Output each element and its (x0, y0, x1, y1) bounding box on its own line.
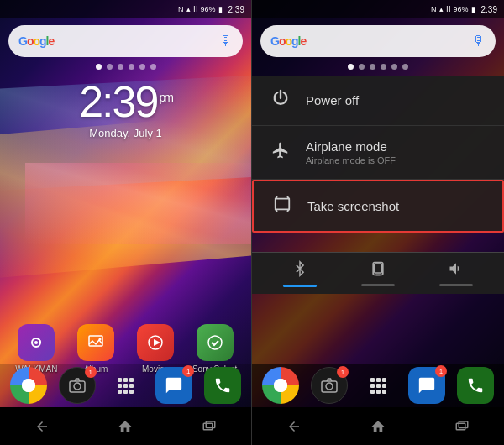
album-icon (77, 324, 114, 361)
qs-volume[interactable] (435, 258, 477, 290)
right-dot-1 (348, 64, 354, 70)
volume-icon (448, 260, 465, 281)
status-time: 2:39 (228, 5, 244, 14)
messages-icon[interactable]: 1 (155, 367, 192, 404)
battery-icon: ▮ (218, 5, 223, 13)
bluetooth-icon (292, 259, 307, 282)
dot-3 (118, 64, 123, 70)
right-status-bar: N ▴ ⅠⅠ 96% ▮ 2:39 (252, 0, 504, 18)
left-phone-panel: N ▴ ⅠⅠ 96% ▮ 2:39 Google 🎙 2:39pm Monday… (0, 0, 252, 445)
airplane-mode-subtitle: Airplane mode is OFF (306, 155, 487, 165)
svg-rect-16 (456, 423, 465, 430)
right-dot-2 (359, 64, 365, 70)
screenshot-text: Take screenshot (307, 199, 486, 213)
dot-1 (96, 64, 102, 70)
qs-bar-2 (361, 284, 395, 286)
nav-bar (0, 407, 251, 445)
qs-bluetooth[interactable] (279, 258, 321, 290)
right-apps-icon[interactable] (360, 367, 396, 404)
status-bar-right: N ▴ ⅠⅠ 96% ▮ 2:39 (178, 5, 244, 14)
screenshot-icon (270, 195, 294, 217)
signal-icon: ⅠⅠ (193, 5, 198, 13)
messages-badge: 1 (182, 365, 194, 377)
walkman-icon (18, 324, 55, 361)
screenshot-item[interactable]: Take screenshot (252, 180, 504, 233)
wifi-icon: ▴ (186, 5, 191, 13)
right-page-dots (252, 64, 504, 70)
right-phone-icon[interactable] (457, 367, 494, 404)
google-logo: Google (18, 34, 54, 48)
svg-point-6 (208, 336, 222, 349)
qs-rotate[interactable] (357, 258, 399, 290)
back-button[interactable] (21, 419, 63, 434)
power-off-icon (269, 89, 292, 112)
home-button[interactable] (104, 419, 146, 434)
right-search-bar[interactable]: Google 🎙 (260, 25, 496, 57)
phone-icon[interactable] (204, 367, 241, 404)
svg-rect-11 (276, 199, 290, 210)
qs-bar-3 (439, 284, 473, 286)
right-dot-5 (391, 64, 397, 70)
chrome-icon[interactable] (10, 367, 47, 404)
dot-2 (107, 64, 113, 70)
right-signal-icon: ⅠⅠ (446, 5, 451, 13)
search-bar[interactable]: Google 🎙 (8, 25, 243, 57)
mic-icon[interactable]: 🎙 (219, 34, 233, 49)
right-battery: 96% (454, 5, 469, 13)
clock-date: Monday, July 1 (89, 127, 161, 139)
power-off-text: Power off (306, 93, 487, 107)
right-recents-button[interactable] (441, 419, 483, 434)
right-messages-icon[interactable]: 1 (408, 367, 445, 404)
battery-percent: 96% (201, 5, 216, 13)
right-dock: 1 1 (252, 364, 504, 407)
sony-icon (197, 324, 234, 361)
svg-point-3 (99, 338, 102, 341)
movies-icon (137, 324, 174, 361)
status-bar: N ▴ ⅠⅠ 96% ▮ 2:39 (0, 0, 251, 18)
right-mic-icon[interactable]: 🎙 (472, 34, 486, 49)
right-google-logo: Google (270, 34, 306, 48)
right-messages-badge: 1 (435, 365, 447, 377)
airplane-mode-item[interactable]: Airplane mode Airplane mode is OFF (252, 126, 504, 180)
svg-rect-17 (459, 421, 468, 428)
right-time: 2:39 (481, 5, 497, 14)
right-dot-6 (402, 64, 408, 70)
airplane-mode-title: Airplane mode (306, 139, 487, 154)
svg-point-15 (326, 383, 333, 390)
right-wifi-icon: ▴ (439, 5, 444, 13)
recents-button[interactable] (188, 419, 230, 434)
camera-icon[interactable]: 1 (59, 367, 96, 404)
dot-6 (150, 64, 156, 70)
power-off-title: Power off (306, 93, 487, 107)
svg-rect-13 (375, 264, 381, 273)
dock-row: 1 1 (0, 364, 251, 407)
right-chrome-icon[interactable] (262, 367, 299, 404)
nfc-icon: N (178, 5, 184, 13)
power-off-item[interactable]: Power off (252, 76, 504, 126)
right-dot-3 (370, 64, 375, 70)
svg-marker-5 (154, 339, 160, 346)
svg-rect-9 (203, 423, 213, 430)
camera-badge: 1 (85, 366, 97, 378)
airplane-mode-text: Airplane mode Airplane mode is OFF (306, 139, 487, 165)
svg-point-1 (34, 341, 38, 344)
right-dot-4 (381, 64, 386, 70)
clock-area: 2:39pm Monday, July 1 (0, 80, 251, 139)
right-battery-icon: ▮ (471, 5, 475, 13)
power-menu: Power off Airplane mode Airplane mode is… (252, 76, 504, 233)
apps-icon[interactable] (107, 367, 144, 404)
svg-point-8 (74, 383, 81, 390)
qs-bar-1 (283, 285, 317, 287)
dot-4 (129, 64, 134, 70)
svg-rect-10 (206, 421, 215, 428)
clock-time: 2:39pm (79, 80, 172, 123)
right-nfc-icon: N (431, 5, 437, 13)
right-nav-bar (252, 407, 504, 445)
right-back-button[interactable] (273, 419, 315, 434)
screenshot-title: Take screenshot (307, 199, 486, 213)
right-camera-icon[interactable]: 1 (311, 367, 348, 404)
right-status-right: N ▴ ⅠⅠ 96% ▮ 2:39 (431, 5, 497, 14)
right-home-button[interactable] (357, 419, 399, 434)
right-camera-badge: 1 (337, 366, 349, 378)
page-dots (0, 64, 251, 70)
